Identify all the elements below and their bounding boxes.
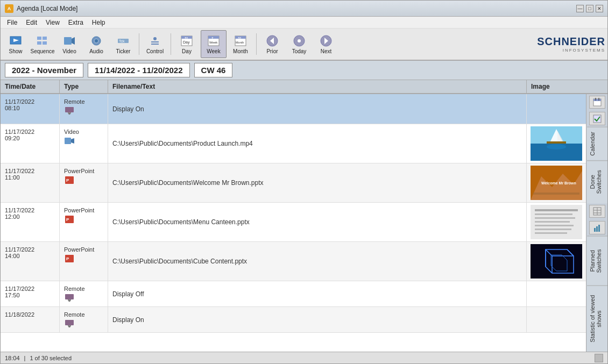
cell-datetime-2: 11/17/2022 11:00 [1, 163, 60, 202]
cell-filename-2: C:\Users\Public\Documents\Welcome Mr Bro… [108, 163, 527, 202]
logo-sub: INFOSYSTEMS [563, 48, 605, 53]
menu-help[interactable]: Help [88, 18, 110, 27]
video-type-icon-1 [64, 137, 75, 145]
toolbar-sequence-button[interactable]: Sequence [30, 30, 55, 58]
svg-rect-78 [593, 99, 601, 101]
table-row[interactable]: 11/17/2022 14:00 PowerPoint P C:\Users\P… [1, 242, 586, 281]
toolbar-ticker-button[interactable]: Tck Ticker [110, 30, 136, 58]
svg-rect-60 [535, 232, 567, 234]
table-row[interactable]: 11/17/2022 09:20 Video C:\Users\Public\D… [1, 124, 586, 163]
svg-rect-88 [598, 225, 600, 232]
svg-text:P: P [66, 256, 69, 261]
close-button[interactable]: ✕ [596, 5, 603, 12]
svg-rect-59 [535, 229, 571, 230]
cw-display: CW 46 [194, 63, 233, 77]
cell-image-2: Welcome Mr Brown [527, 163, 586, 202]
svg-text:Tck: Tck [119, 39, 125, 43]
show-label: Show [9, 48, 22, 54]
toolbar-control-button[interactable]: Control [142, 30, 168, 58]
sidebar-icon-stats[interactable] [589, 221, 605, 234]
maximize-button[interactable]: □ [586, 5, 593, 12]
sidebar-tab-done-switches[interactable]: Done Switches [587, 160, 607, 203]
sidebar-tab-planned-switches[interactable]: Planned Switches [587, 236, 607, 286]
cell-type-0: Remote [60, 94, 108, 124]
remote-icon-6 [64, 319, 75, 328]
cell-type-1: Video [60, 124, 108, 163]
menu-file[interactable]: File [3, 18, 22, 27]
toolbar-today-button[interactable]: Today [286, 30, 312, 58]
month-label: Month [233, 48, 248, 54]
ppt-type-icon-2: P [64, 176, 75, 184]
col-header-time: Time/Date [1, 80, 60, 93]
app-icon: A [5, 4, 13, 13]
status-time: 18:04 [5, 355, 20, 361]
next-icon [320, 34, 333, 47]
svg-point-9 [95, 39, 98, 42]
toolbar-audio-button[interactable]: Audio [83, 30, 109, 58]
cell-datetime-4: 11/17/2022 14:00 [1, 242, 60, 281]
cell-filename-5: Display Off [108, 281, 527, 306]
toolbar-video-button[interactable]: Video [56, 30, 82, 58]
remote-icon-5 [64, 294, 75, 302]
table-row[interactable]: 11/17/2022 12:00 PowerPoint P C:\Users\P… [1, 203, 586, 242]
day-icon: 31Day [180, 34, 193, 47]
month-year-display: 2022 - November [5, 63, 83, 77]
ticker-icon: Tck [117, 34, 130, 47]
cell-datetime-0: 11/17/2022 08:10 [1, 94, 60, 124]
week-label: Week [207, 48, 220, 54]
status-bar: 18:04 | 1 of 30 selected [1, 352, 607, 363]
window-controls: — □ ✕ [576, 5, 603, 12]
toolbar-prior-button[interactable]: Prior [259, 30, 285, 58]
svg-rect-15 [151, 44, 159, 45]
audio-icon [90, 34, 103, 47]
ppt-type-icon-4: P [64, 254, 75, 263]
table-row[interactable]: 11/17/2022 17:50 Remote Display Off [1, 281, 586, 307]
table-row[interactable]: 11/17/2022 08:10 Remote Display On [1, 94, 586, 124]
sidebar-tab-statistic[interactable]: Statistic of viewed shows [587, 286, 607, 352]
cell-filename-1: C:\Users\Public\Documents\Product Launch… [108, 124, 527, 163]
audio-label: Audio [89, 48, 103, 54]
toolbar-month-button[interactable]: 31Month Month [228, 30, 253, 58]
minimize-button[interactable]: — [576, 5, 584, 12]
table-row[interactable]: 11/18/2022 Remote Display On [1, 307, 586, 333]
month-icon: 31Month [234, 34, 247, 47]
date-header: 2022 - November 11/14/2022 - 11/20/2022 … [1, 61, 607, 80]
svg-text:Welcome Mr Brown: Welcome Mr Brown [541, 181, 576, 185]
cell-image-6 [527, 307, 586, 332]
today-icon [293, 34, 306, 47]
svg-rect-3 [43, 37, 47, 40]
menu-edit[interactable]: Edit [22, 18, 41, 27]
toolbar-day-button[interactable]: 31Day Day [174, 30, 200, 58]
show-icon [9, 34, 22, 47]
sidebar-icon-check[interactable] [589, 112, 605, 125]
sidebar-icon-table[interactable] [589, 205, 605, 218]
table-row[interactable]: 11/17/2022 11:00 PowerPoint P C:\Users\P… [1, 163, 586, 203]
svg-rect-86 [594, 228, 596, 232]
sidebar-icon-calendar[interactable] [589, 96, 605, 109]
svg-point-31 [298, 39, 301, 42]
resize-handle[interactable] [595, 354, 603, 362]
video-label: Video [62, 48, 76, 54]
sidebar-tab-calendar[interactable]: Calendar [587, 127, 607, 160]
cell-datetime-1: 11/17/2022 09:20 [1, 124, 60, 163]
toolbar-show-button[interactable]: Show [3, 30, 29, 58]
cell-image-0 [527, 94, 586, 124]
svg-text:P: P [66, 178, 69, 183]
company-logo: SCHNEIDER INFOSYSTEMS [537, 35, 605, 53]
ticker-label: Ticker [116, 48, 131, 54]
status-spacer: | [24, 355, 26, 361]
toolbar-next-button[interactable]: Next [313, 30, 339, 58]
cell-datetime-5: 11/17/2022 17:50 [1, 281, 60, 306]
content-area: 11/17/2022 08:10 Remote Display On 11/17… [1, 94, 607, 352]
svg-rect-37 [65, 138, 71, 144]
thumbnail-cube [531, 244, 582, 279]
menu-view[interactable]: View [41, 18, 64, 27]
thumbnail-rocks: Welcome Mr Brown [531, 166, 582, 200]
svg-rect-36 [68, 112, 71, 113]
remote-icon-0 [64, 106, 75, 115]
main-table: 11/17/2022 08:10 Remote Display On 11/17… [1, 94, 586, 352]
cell-filename-3: C:\Users\Public\Documents\Menu Canteen.p… [108, 203, 527, 241]
menu-extra[interactable]: Extra [64, 18, 88, 27]
thumbnail-sailboat [531, 126, 582, 161]
toolbar-week-button[interactable]: 7Week Week [201, 30, 227, 58]
